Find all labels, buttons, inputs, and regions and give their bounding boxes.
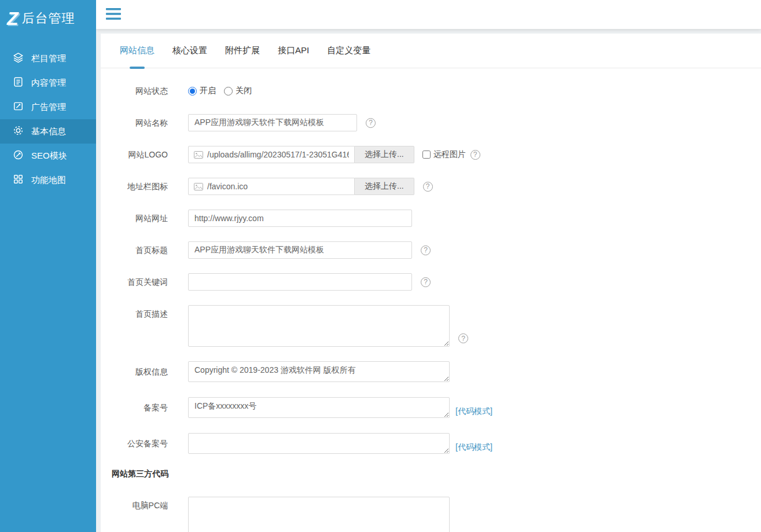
tab-api[interactable]: 接口API	[278, 34, 309, 68]
favicon-file-group: 选择上传...	[188, 178, 414, 195]
sidebar-item-label: 广告管理	[31, 102, 66, 113]
favicon-path-input[interactable]	[207, 182, 349, 191]
police-textarea[interactable]	[188, 433, 450, 454]
sidebar-item-ads[interactable]: 广告管理	[0, 95, 96, 119]
icp-textarea[interactable]: ICP备xxxxxxxx号	[188, 397, 450, 418]
logo-z-icon: Z	[7, 10, 17, 27]
seo-icon	[13, 149, 31, 162]
row-site-url: 网站网址	[112, 210, 761, 227]
help-icon[interactable]	[470, 150, 480, 160]
row-favicon: 地址栏图标 选择上传...	[112, 178, 761, 195]
image-icon	[194, 183, 203, 190]
home-description-textarea[interactable]	[188, 305, 450, 347]
tab-bar: 网站信息 核心设置 附件扩展 接口API 自定义变量	[101, 34, 761, 68]
row-copyright: 版权信息 Copyright © 2019-2023 游戏软件网 版权所有	[112, 361, 761, 382]
topbar	[96, 0, 761, 29]
sidebar-item-label: 功能地图	[31, 175, 66, 186]
field-label: 地址栏图标	[112, 178, 168, 195]
field-label: 首页关键词	[112, 273, 168, 291]
radio-option-off[interactable]: 关闭	[224, 86, 252, 96]
app-logo: Z 后台管理	[0, 0, 96, 39]
site-status-off-radio[interactable]	[224, 87, 233, 96]
field-label: 版权信息	[112, 363, 168, 380]
content-panel: 网站信息 核心设置 附件扩展 接口API 自定义变量 网站状态 开启 关闭 网站…	[101, 34, 761, 532]
row-home-description: 首页描述	[112, 305, 761, 347]
sidebar-item-label: 内容管理	[31, 78, 66, 89]
tab-core-settings[interactable]: 核心设置	[172, 34, 207, 68]
ad-icon	[13, 101, 31, 113]
field-label: 网站网址	[112, 210, 168, 227]
row-pc-code: 电脑PC端	[112, 497, 761, 532]
tab-attachment[interactable]: 附件扩展	[225, 34, 260, 68]
field-label: 备案号	[112, 399, 168, 416]
sidebar: Z 后台管理 栏目管理 内容管理 广告管理 基本信息 SEO模块 功能地图	[0, 0, 96, 532]
help-icon[interactable]	[423, 182, 433, 192]
remote-image-checkbox[interactable]	[422, 151, 431, 159]
field-label: 网站LOGO	[112, 146, 168, 163]
field-label: 网站状态	[112, 82, 168, 100]
third-party-code-header: 网站第三方代码	[112, 469, 761, 479]
hamburger-icon[interactable]	[106, 8, 121, 23]
row-icp: 备案号 ICP备xxxxxxxx号 [代码模式]	[112, 397, 761, 418]
row-home-keywords: 首页关键词	[112, 273, 761, 291]
help-icon[interactable]	[421, 245, 431, 255]
logo-path-input[interactable]	[207, 150, 349, 159]
tab-site-info[interactable]: 网站信息	[120, 34, 155, 68]
copyright-textarea[interactable]: Copyright © 2019-2023 游戏软件网 版权所有	[188, 361, 450, 382]
grid-icon	[13, 174, 31, 186]
site-name-input[interactable]	[188, 114, 357, 131]
sidebar-item-sitemap[interactable]: 功能地图	[0, 168, 96, 192]
sidebar-item-content[interactable]: 内容管理	[0, 71, 96, 95]
police-code-mode-link[interactable]: [代码模式]	[455, 442, 492, 453]
row-site-name: 网站名称	[112, 114, 761, 131]
checkbox-label: 远程图片	[433, 149, 466, 160]
sidebar-item-seo[interactable]: SEO模块	[0, 144, 96, 168]
site-status-radio-group: 开启 关闭	[188, 86, 252, 96]
site-url-input[interactable]	[188, 210, 412, 227]
field-label: 首页描述	[112, 305, 168, 322]
site-status-on-radio[interactable]	[188, 87, 197, 96]
main-area: 网站信息 核心设置 附件扩展 接口API 自定义变量 网站状态 开启 关闭 网站…	[96, 29, 761, 532]
logo-file-group: 选择上传...	[188, 146, 414, 163]
favicon-upload-button[interactable]: 选择上传...	[355, 178, 414, 195]
radio-option-on[interactable]: 开启	[188, 86, 216, 96]
home-keywords-input[interactable]	[188, 273, 412, 291]
icp-code-mode-link[interactable]: [代码模式]	[455, 406, 492, 417]
radio-label: 关闭	[236, 86, 252, 96]
sidebar-item-basic-info[interactable]: 基本信息	[0, 119, 96, 144]
field-label: 首页标题	[112, 241, 168, 259]
app-title: 后台管理	[22, 10, 75, 27]
field-label: 网站名称	[112, 114, 168, 131]
tab-custom-vars[interactable]: 自定义变量	[327, 34, 370, 68]
logo-path-box	[188, 146, 355, 163]
help-icon[interactable]	[421, 277, 431, 287]
pc-code-textarea[interactable]	[188, 497, 450, 532]
field-label: 电脑PC端	[112, 497, 168, 514]
remote-image-checkbox-wrap[interactable]: 远程图片	[422, 149, 466, 160]
gear-icon	[13, 125, 31, 138]
sidebar-item-label: 基本信息	[31, 126, 66, 137]
sidebar-menu: 栏目管理 内容管理 广告管理 基本信息 SEO模块 功能地图	[0, 46, 96, 192]
image-icon	[194, 151, 203, 159]
help-icon[interactable]	[458, 333, 468, 343]
site-info-form: 网站状态 开启 关闭 网站名称 网站LOGO	[101, 68, 761, 532]
row-home-title: 首页标题	[112, 241, 761, 259]
sidebar-item-columns[interactable]: 栏目管理	[0, 46, 96, 71]
home-title-input[interactable]	[188, 241, 412, 259]
help-icon[interactable]	[366, 118, 376, 128]
row-police: 公安备案号 [代码模式]	[112, 433, 761, 454]
radio-label: 开启	[200, 86, 216, 96]
row-site-status: 网站状态 开启 关闭	[112, 82, 761, 100]
content-icon	[13, 76, 31, 89]
sidebar-item-label: SEO模块	[31, 151, 67, 162]
favicon-path-box	[188, 178, 355, 195]
row-site-logo: 网站LOGO 选择上传... 远程图片	[112, 146, 761, 163]
logo-upload-button[interactable]: 选择上传...	[355, 146, 414, 163]
sidebar-item-label: 栏目管理	[31, 53, 66, 64]
field-label: 公安备案号	[112, 435, 168, 452]
layers-icon	[13, 52, 31, 65]
